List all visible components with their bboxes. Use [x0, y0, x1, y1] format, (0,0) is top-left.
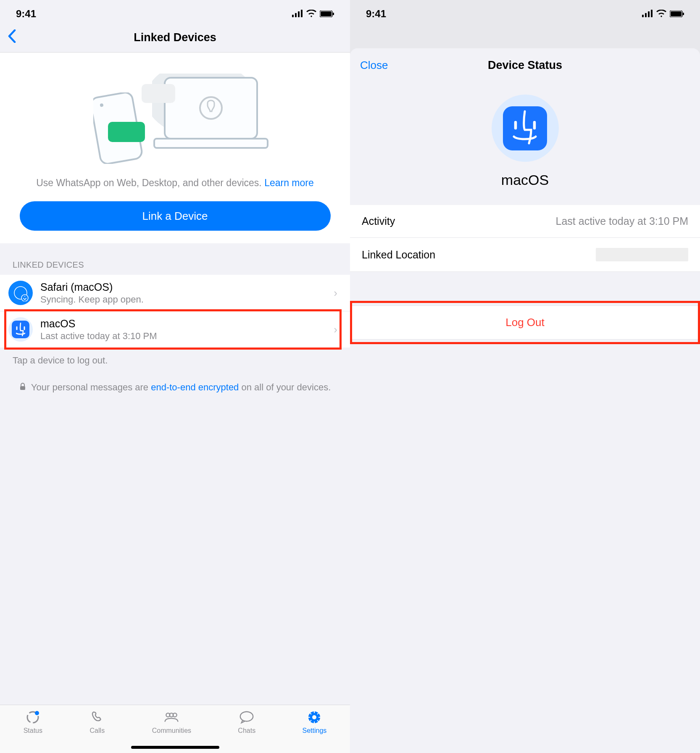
tap-note: Tap a device to log out.	[0, 348, 350, 374]
home-indicator[interactable]	[131, 746, 219, 749]
finder-icon	[503, 106, 547, 150]
cellular-icon	[292, 8, 303, 20]
status-indicators	[642, 8, 684, 20]
phone-linked-devices: 9:41 Linked Devices Use WhatsApp on W	[0, 0, 350, 753]
svg-rect-41	[683, 13, 684, 15]
communities-icon	[163, 709, 179, 725]
svg-rect-36	[645, 13, 647, 17]
status-time: 9:41	[366, 8, 386, 20]
status-icon	[25, 709, 41, 725]
svg-rect-2	[298, 11, 300, 17]
device-subtitle: Last active today at 3:10 PM	[40, 331, 334, 342]
back-button[interactable]	[8, 29, 16, 47]
encryption-note: Your personal messages are end-to-end en…	[0, 374, 350, 402]
svg-point-26	[312, 715, 316, 719]
sheet-nav: Close Device Status	[350, 48, 700, 82]
devices-illustration	[76, 61, 274, 166]
device-row-macos[interactable]: macOS Last active today at 3:10 PM ›	[0, 311, 350, 348]
battery-icon	[670, 8, 684, 20]
tab-settings[interactable]: Settings	[302, 709, 326, 753]
device-title: macOS	[40, 318, 334, 330]
activity-row: Activity Last active today at 3:10 PM	[350, 205, 700, 238]
calls-icon	[89, 709, 105, 725]
tab-label: Calls	[90, 727, 105, 735]
close-button[interactable]: Close	[360, 59, 388, 72]
tab-bar: Status Calls Communities Chats Settings	[0, 705, 350, 753]
svg-rect-37	[648, 11, 650, 17]
device-hero: macOS	[350, 82, 700, 205]
tab-label: Communities	[152, 727, 191, 735]
detail-label: Linked Location	[362, 249, 435, 261]
svg-point-15	[21, 295, 28, 301]
detail-label: Activity	[362, 215, 395, 227]
svg-rect-0	[292, 15, 294, 17]
device-avatar	[492, 95, 559, 162]
cellular-icon	[642, 8, 653, 20]
battery-icon	[320, 8, 334, 20]
nav-bar: Linked Devices	[0, 23, 350, 53]
chevron-right-icon: ›	[334, 323, 342, 336]
status-bar: 9:41	[350, 0, 700, 23]
encryption-link[interactable]: end-to-end encrypted	[151, 382, 239, 392]
devices-list: Safari (macOS) Syncing. Keep app open. ›…	[0, 275, 350, 348]
svg-point-24	[240, 712, 253, 721]
svg-rect-1	[295, 13, 297, 17]
device-title: Safari (macOS)	[40, 281, 334, 293]
tab-status[interactable]: Status	[24, 709, 42, 753]
tab-label: Chats	[238, 727, 255, 735]
device-status-sheet: Close Device Status macOS Activity Last …	[350, 48, 700, 753]
chats-icon	[239, 709, 255, 725]
tab-chats[interactable]: Chats	[238, 709, 255, 753]
svg-rect-5	[321, 11, 332, 16]
detail-value: Last active today at 3:10 PM	[556, 215, 688, 227]
svg-rect-40	[671, 11, 682, 16]
linked-devices-header: LINKED DEVICES	[0, 243, 350, 275]
svg-rect-9	[154, 139, 268, 148]
svg-rect-8	[165, 78, 257, 139]
finder-icon	[8, 317, 33, 342]
sheet-title: Device Status	[350, 59, 700, 72]
page-title: Linked Devices	[0, 31, 350, 44]
link-device-button[interactable]: Link a Device	[20, 201, 331, 231]
tab-label: Settings	[302, 727, 326, 735]
wifi-icon	[656, 8, 666, 20]
svg-rect-6	[333, 13, 334, 15]
tab-label: Status	[24, 727, 42, 735]
chevron-right-icon: ›	[334, 287, 342, 300]
device-name: macOS	[501, 172, 549, 188]
phone-device-status: 9:41 Close Device Status macOS	[350, 0, 700, 753]
hero-section: Use WhatsApp on Web, Desktop, and other …	[0, 53, 350, 243]
svg-rect-38	[651, 10, 653, 17]
svg-rect-3	[301, 10, 303, 17]
status-time: 9:41	[16, 8, 36, 20]
settings-icon	[306, 709, 322, 725]
learn-more-link[interactable]: Learn more	[264, 177, 314, 188]
lock-icon	[19, 382, 29, 392]
hero-text: Use WhatsApp on Web, Desktop, and other …	[36, 176, 314, 190]
location-row: Linked Location	[350, 238, 700, 272]
tab-calls[interactable]: Calls	[89, 709, 105, 753]
status-indicators	[292, 8, 334, 20]
logout-button[interactable]: Log Out	[350, 305, 700, 340]
safari-icon	[8, 281, 33, 305]
device-subtitle: Syncing. Keep app open.	[40, 294, 334, 305]
wifi-icon	[306, 8, 316, 20]
status-bar: 9:41	[0, 0, 350, 23]
device-row-safari[interactable]: Safari (macOS) Syncing. Keep app open. ›	[0, 275, 350, 311]
svg-point-20	[35, 711, 39, 715]
svg-rect-35	[642, 15, 644, 17]
redacted-value	[596, 248, 688, 261]
svg-rect-18	[20, 386, 25, 390]
